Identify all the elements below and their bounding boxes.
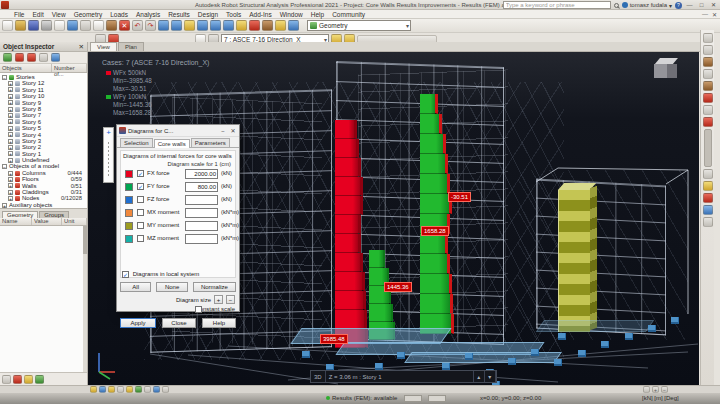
scrollbar[interactable] (83, 226, 87, 372)
help-button[interactable]: Help (202, 318, 236, 328)
dialog-close-icon[interactable]: ✕ (229, 127, 237, 134)
story-level-label[interactable]: Z = 3.06 m : Story 1 (326, 371, 474, 382)
zoom-extents-icon[interactable] (643, 386, 650, 393)
tab-selection[interactable]: Selection (120, 138, 153, 147)
menu-item[interactable]: Analysis (136, 11, 160, 18)
render-toggle-icon[interactable] (153, 386, 160, 393)
expand-icon[interactable] (8, 132, 13, 137)
filter-clear-icon[interactable] (27, 53, 36, 62)
select-tool-icon[interactable] (703, 33, 713, 43)
collapse-icon[interactable] (2, 164, 7, 169)
size-decrease-button[interactable]: − (226, 295, 235, 304)
help-icon[interactable]: ? (675, 2, 682, 9)
support-tool-icon[interactable] (703, 105, 713, 115)
section-tool-icon[interactable] (703, 93, 713, 103)
info-icon[interactable] (51, 53, 60, 62)
all-button[interactable]: All (120, 282, 151, 292)
grid-toggle-icon[interactable] (90, 386, 97, 393)
search-icon[interactable] (614, 3, 619, 8)
open-project-icon[interactable] (15, 20, 26, 31)
menu-item[interactable]: Loads (110, 11, 128, 18)
undo-icon[interactable]: ↶ (132, 20, 143, 31)
table-icon[interactable] (158, 20, 169, 31)
axes-toggle-icon[interactable] (99, 386, 106, 393)
search-input[interactable] (503, 1, 611, 9)
wall-tool-icon[interactable] (703, 81, 713, 91)
toolbar-scrollbar[interactable] (704, 129, 712, 167)
supports-toggle-icon[interactable] (126, 386, 133, 393)
node-tool-icon[interactable] (703, 45, 713, 55)
zoom-in-icon[interactable] (210, 20, 221, 31)
bar-tool-icon[interactable] (703, 57, 713, 67)
panel-tool-icon[interactable] (703, 69, 713, 79)
edit-pencil-icon[interactable] (249, 20, 260, 31)
column-objects[interactable]: Objects (0, 64, 52, 72)
scale-value-input[interactable]: 2000.00 (185, 169, 218, 179)
expand-icon[interactable] (8, 177, 13, 182)
local-system-checkbox[interactable] (122, 271, 129, 278)
tab-view[interactable]: View (90, 42, 117, 51)
copy-icon[interactable] (93, 20, 104, 31)
story-down-button[interactable]: ▾ (485, 371, 496, 382)
results-tool-icon[interactable] (703, 193, 713, 203)
symbols-toggle-icon[interactable] (108, 386, 115, 393)
zoom-out-icon[interactable] (223, 20, 234, 31)
table-columns-icon[interactable] (171, 20, 182, 31)
expand-icon[interactable] (8, 119, 13, 124)
tools-hammer-icon[interactable] (262, 20, 273, 31)
calculator-icon[interactable] (184, 20, 195, 31)
close-button[interactable]: ✕ (709, 1, 718, 9)
display-options-icon[interactable] (288, 20, 299, 31)
none-button[interactable]: None (156, 282, 187, 292)
tab-geometry[interactable]: Geometry (2, 211, 38, 218)
filter-props-icon[interactable] (24, 375, 33, 384)
story-up-button[interactable]: ▴ (474, 371, 485, 382)
maximize-button[interactable]: □ (697, 1, 706, 9)
options-tool-icon[interactable] (703, 217, 713, 227)
display-tool-icon[interactable] (703, 205, 713, 215)
menu-item[interactable]: Edit (32, 11, 43, 18)
expand-icon[interactable] (8, 196, 13, 201)
expand-icon[interactable] (8, 145, 13, 150)
force-checkbox[interactable] (137, 235, 144, 242)
expand-icon[interactable] (8, 183, 13, 188)
force-checkbox[interactable] (137, 183, 144, 190)
scale-value-input[interactable] (185, 195, 218, 205)
size-increase-button[interactable]: + (214, 295, 223, 304)
flag-icon[interactable] (13, 375, 22, 384)
normalize-button[interactable]: Normalize (193, 282, 236, 292)
status-field[interactable] (404, 395, 422, 402)
load-tool-icon[interactable] (703, 117, 713, 127)
collapse-icon[interactable] (2, 75, 7, 80)
delete-icon[interactable]: ✕ (119, 20, 130, 31)
account-menu[interactable]: tomasz fudala ▾ (622, 2, 672, 9)
menu-item[interactable]: Help (311, 11, 324, 18)
units-display[interactable]: [kN] [m] [Deg] (642, 395, 679, 401)
menu-item[interactable]: Geometry (74, 11, 103, 18)
zoom-window-icon[interactable] (197, 20, 208, 31)
expand-icon[interactable] (8, 107, 13, 112)
zoom-plus-icon[interactable]: + (652, 386, 659, 393)
view-cube[interactable] (654, 58, 680, 82)
expand-icon[interactable] (8, 126, 13, 131)
loads-toggle-icon[interactable] (144, 386, 151, 393)
cut-icon[interactable] (80, 20, 91, 31)
force-checkbox[interactable] (137, 209, 144, 216)
view-mode-3d-button[interactable]: 3D (311, 371, 326, 382)
tab-core-walls[interactable]: Core walls (154, 139, 190, 148)
find-icon[interactable] (39, 53, 48, 62)
sections-toggle-icon[interactable] (135, 386, 142, 393)
expand-icon[interactable] (8, 151, 13, 156)
force-checkbox[interactable] (137, 222, 144, 229)
expand-icon[interactable] (8, 81, 13, 86)
minimize-button[interactable]: — (685, 1, 694, 9)
print-icon[interactable] (41, 20, 52, 31)
expand-icon[interactable] (8, 87, 13, 92)
table-view-icon[interactable] (3, 53, 12, 62)
menu-item[interactable]: Add-Ins (249, 11, 271, 18)
tab-plan[interactable]: Plan (118, 42, 144, 51)
expand-panel-icon[interactable]: + (106, 128, 111, 137)
numbers-toggle-icon[interactable] (117, 386, 124, 393)
tab-parameters[interactable]: Parameters (191, 138, 230, 147)
status-field[interactable] (428, 395, 446, 402)
